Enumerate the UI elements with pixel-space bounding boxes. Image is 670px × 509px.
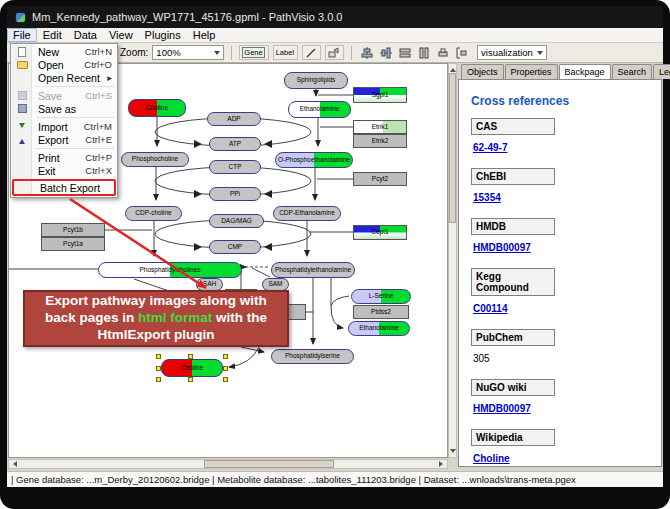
section-header-nugo: NuGO wiki bbox=[471, 379, 555, 396]
scroll-left-icon[interactable] bbox=[10, 461, 17, 467]
shape-icon bbox=[328, 47, 340, 59]
selection-handle[interactable] bbox=[223, 354, 228, 359]
chebi-link[interactable]: 15354 bbox=[473, 192, 501, 203]
menu-item-open-recent[interactable]: Open Recent▸ bbox=[12, 71, 116, 84]
application-window: Mm_Kennedy_pathway_WP1771_45176.gpml - P… bbox=[0, 0, 670, 509]
visualization-value: visualization bbox=[481, 47, 533, 58]
section-header-hmdb: HMDB bbox=[471, 218, 555, 235]
node-ethanolamine-bottom[interactable]: Ethanolamine bbox=[348, 321, 410, 336]
horizontal-scroll-thumb[interactable] bbox=[204, 460, 334, 468]
tab-legend[interactable]: Legend bbox=[653, 64, 670, 79]
node-etnk1[interactable]: Etnk1 bbox=[353, 120, 407, 134]
submenu-arrow-icon: ▸ bbox=[107, 72, 112, 83]
hmdb-link[interactable]: HMDB00097 bbox=[473, 242, 531, 253]
label-tool-button[interactable]: Label bbox=[273, 45, 298, 60]
selection-handle[interactable] bbox=[223, 377, 228, 382]
menu-item-save[interactable]: SaveCtrl+S bbox=[12, 89, 116, 102]
node-pcyt1a[interactable]: Pcyt1a bbox=[41, 237, 105, 251]
tab-backpage[interactable]: Backpage bbox=[559, 64, 611, 80]
selection-handle[interactable] bbox=[223, 366, 228, 371]
distribute-columns-button[interactable] bbox=[416, 45, 431, 60]
node-cdp-ethanolamine[interactable]: CDP-Ethanolamine bbox=[273, 206, 341, 221]
node-cmp[interactable]: CMP bbox=[209, 240, 261, 254]
menu-plugins[interactable]: Plugins bbox=[139, 28, 187, 42]
kegg-value: C00114 bbox=[473, 303, 651, 314]
tab-search[interactable]: Search bbox=[612, 64, 653, 79]
node-dag-mag[interactable]: DAG/MAG bbox=[209, 214, 264, 228]
toolbar-separator bbox=[351, 46, 352, 60]
node-sgpl1[interactable]: Sgpl1 bbox=[353, 87, 407, 103]
node-phosphatidylethanolamine[interactable]: Phosphatidylethanolamine bbox=[271, 262, 355, 278]
wikipedia-link[interactable]: Choline bbox=[473, 453, 510, 464]
node-cept1[interactable]: Cept1 bbox=[353, 225, 407, 240]
node-phosphatidylcholines[interactable]: Phosphatidylcholines bbox=[98, 262, 242, 278]
node-ppi[interactable]: PPi bbox=[209, 187, 261, 201]
scroll-down-icon[interactable] bbox=[450, 449, 456, 456]
node-choline-selected[interactable]: Choline bbox=[161, 359, 223, 377]
vertical-scroll-thumb[interactable] bbox=[449, 73, 456, 223]
cas-link[interactable]: 62-49-7 bbox=[473, 142, 507, 153]
node-ctp[interactable]: CTP bbox=[209, 160, 261, 174]
node-l-serine[interactable]: L-Serine bbox=[351, 289, 411, 304]
align-center-vertical-button[interactable] bbox=[359, 45, 374, 60]
zoom-combobox[interactable]: 100% bbox=[152, 45, 224, 60]
menu-item-save-as[interactable]: Save as bbox=[12, 102, 116, 115]
distribute-rows-button[interactable] bbox=[397, 45, 412, 60]
node-atp[interactable]: ATP bbox=[209, 137, 261, 151]
menu-file[interactable]: File bbox=[7, 28, 37, 42]
node-phosphocholine[interactable]: Phosphocholine bbox=[121, 152, 189, 167]
menu-item-export[interactable]: ExportCtrl+E bbox=[12, 133, 116, 146]
chevron-down-icon bbox=[214, 51, 220, 58]
line-tool-button[interactable] bbox=[302, 45, 321, 60]
print-button[interactable] bbox=[435, 45, 450, 60]
selection-handle[interactable] bbox=[188, 377, 193, 382]
section-header-kegg: Kegg Compound bbox=[471, 268, 555, 296]
node-phosphatidylserine[interactable]: Phosphatidylserine bbox=[271, 349, 354, 364]
menu-item-import[interactable]: ImportCtrl+M bbox=[12, 120, 116, 133]
cas-value: 62-49-7 bbox=[473, 142, 651, 153]
chevron-down-icon bbox=[537, 51, 543, 58]
node-sphingolipids[interactable]: Sphingolipids bbox=[284, 72, 348, 89]
chebi-value: 15354 bbox=[473, 192, 651, 203]
node-etnk2[interactable]: Etnk2 bbox=[353, 134, 407, 148]
menu-edit[interactable]: Edit bbox=[37, 28, 68, 42]
align-center-horizontal-button[interactable] bbox=[378, 45, 393, 60]
scroll-right-icon[interactable] bbox=[439, 461, 446, 467]
nugo-link[interactable]: HMDB00097 bbox=[473, 403, 531, 414]
node-cdp-choline[interactable]: CDP-choline bbox=[125, 206, 182, 221]
node-pcyt2[interactable]: Pcyt2 bbox=[353, 172, 407, 186]
selection-handle[interactable] bbox=[156, 366, 161, 371]
node-label: Choline bbox=[181, 365, 203, 372]
shape-tool-button[interactable] bbox=[325, 45, 344, 60]
menu-help[interactable]: Help bbox=[187, 28, 222, 42]
import-icon bbox=[16, 121, 28, 132]
gene-node-icon: Gene bbox=[242, 47, 264, 58]
selection-handle[interactable] bbox=[156, 377, 161, 382]
selection-handle[interactable] bbox=[156, 354, 161, 359]
menu-item-exit[interactable]: ExitCtrl+X bbox=[12, 164, 116, 177]
node-choline-top[interactable]: Choline bbox=[128, 99, 186, 117]
node-pcyt1b[interactable]: Pcyt1b bbox=[41, 223, 105, 237]
menu-item-new[interactable]: NewCtrl+N bbox=[12, 45, 116, 58]
gene-tool-button[interactable]: Gene bbox=[239, 45, 268, 60]
canvas-vertical-scrollbar[interactable] bbox=[448, 63, 457, 458]
status-bar: | Gene database: ...m_Derby_20120602.bri… bbox=[7, 471, 663, 487]
node-adp[interactable]: ADP bbox=[207, 112, 261, 126]
selection-handle[interactable] bbox=[188, 354, 193, 359]
menu-item-print[interactable]: PrintCtrl+P bbox=[12, 151, 116, 164]
tab-properties[interactable]: Properties bbox=[505, 64, 558, 79]
common-bounds-button[interactable] bbox=[454, 45, 469, 60]
node-ethanolamine-top[interactable]: Ethanolamine bbox=[288, 101, 351, 118]
menu-item-batch-export[interactable]: Batch Export bbox=[12, 179, 116, 196]
node-ptdss2[interactable]: Ptdss2 bbox=[353, 305, 409, 319]
tab-objects[interactable]: Objects bbox=[461, 64, 504, 79]
scroll-up-icon[interactable] bbox=[450, 65, 456, 72]
kegg-link[interactable]: C00114 bbox=[473, 303, 507, 314]
visualization-combobox[interactable]: visualization bbox=[477, 45, 547, 60]
menu-item-open[interactable]: OpenCtrl+O bbox=[12, 58, 116, 71]
pubchem-value: 305 bbox=[473, 353, 651, 364]
menu-data[interactable]: Data bbox=[68, 28, 103, 42]
menu-view[interactable]: View bbox=[103, 28, 139, 42]
node-o-phosphoethanolamine[interactable]: O-Phosphoethanolamine bbox=[275, 152, 353, 168]
canvas-horizontal-scrollbar[interactable] bbox=[8, 459, 448, 469]
